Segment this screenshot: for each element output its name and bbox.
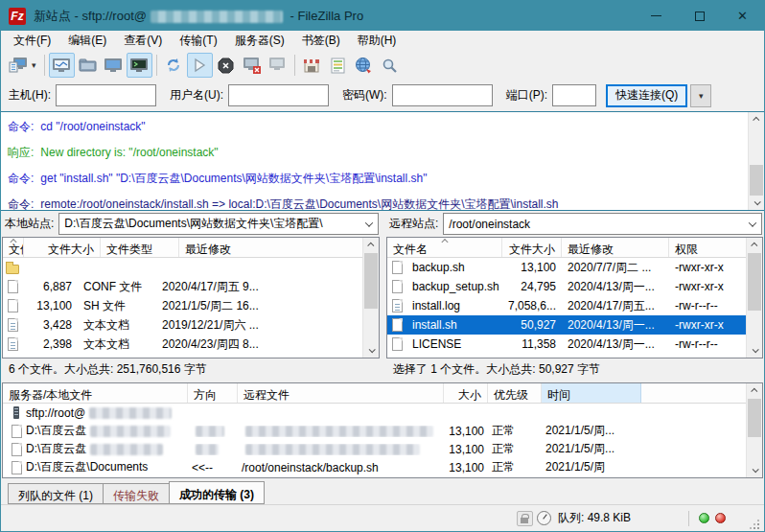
remote-list-scrollbar[interactable] xyxy=(746,238,762,358)
minimize-button[interactable] xyxy=(635,1,678,31)
menu-edit[interactable]: 编辑(E) xyxy=(59,31,115,51)
tab-queued-files[interactable]: 列队的文件 (1) xyxy=(8,483,104,504)
local-list-scrollbar[interactable] xyxy=(362,238,379,358)
site-manager-dropdown-button[interactable]: ▾ xyxy=(31,60,40,70)
column-header-server-local-file[interactable]: 服务器/本地文件 xyxy=(3,383,188,403)
window-title-suffix: - FileZilla Pro xyxy=(287,9,363,23)
directory-listing-filters-button[interactable] xyxy=(299,53,325,78)
remote-file-row[interactable]: backup_setup.sh 24,795 2020/4/13/周一... -… xyxy=(387,277,762,296)
column-header-filesize[interactable]: 文件大小 xyxy=(24,238,101,257)
lock-icon[interactable] xyxy=(517,511,533,526)
remote-path-dropdown-button[interactable] xyxy=(744,214,761,234)
toggle-queue-button[interactable] xyxy=(127,53,152,78)
scroll-up-arrow[interactable] xyxy=(747,238,762,252)
remote-tree-monitor-icon xyxy=(104,58,123,74)
column-header-modified[interactable]: 最近修改 xyxy=(179,238,379,257)
resize-grip[interactable] xyxy=(749,520,760,531)
folder-icon xyxy=(3,260,22,275)
toggle-message-log-button[interactable] xyxy=(49,53,75,78)
local-file-row[interactable]: 6,887 CONF 文件 2020/4/17/周五 9... xyxy=(3,277,379,296)
site-manager-button[interactable] xyxy=(5,53,31,78)
message-log-icon xyxy=(52,58,71,74)
process-queue-button[interactable] xyxy=(187,53,213,78)
column-header-filename[interactable]: 文件名 xyxy=(3,238,24,257)
local-file-row[interactable]: 13,100 SH 文件 2021/1/5/周二 16... xyxy=(3,296,379,315)
tab-failed-transfers[interactable]: 传输失败 xyxy=(103,483,170,504)
scroll-down-arrow[interactable] xyxy=(363,343,379,358)
menu-view[interactable]: 查看(V) xyxy=(115,31,171,51)
remote-file-row[interactable]: backup.sh 13,100 2020/7/7/周二 ... -rwxr-x… xyxy=(387,258,762,277)
menu-bookmarks[interactable]: 书签(B) xyxy=(293,31,349,51)
scroll-up-arrow[interactable] xyxy=(747,383,762,398)
toolbar-separator xyxy=(156,55,157,76)
remote-path-combo[interactable]: /root/oneinstack xyxy=(443,213,762,235)
column-header-filename[interactable]: 文件名 xyxy=(387,238,502,257)
toggle-remote-tree-button[interactable] xyxy=(101,53,127,78)
close-button[interactable]: ✕ xyxy=(721,1,764,31)
menu-transfer[interactable]: 传输(T) xyxy=(171,31,225,51)
column-header-time[interactable]: 时间 xyxy=(542,383,641,403)
file-icon xyxy=(387,317,406,333)
remote-site-label: 远程站点: xyxy=(389,216,438,232)
scroll-down-arrow[interactable] xyxy=(747,463,762,477)
column-header-priority[interactable]: 优先级 xyxy=(488,383,542,403)
tab-successful-transfers[interactable]: 成功的传输 (3) xyxy=(169,481,265,504)
column-header-modified[interactable]: 最近修改 xyxy=(562,238,669,257)
toggle-local-tree-button[interactable] xyxy=(75,53,101,78)
local-file-row[interactable] xyxy=(3,258,379,277)
local-file-row[interactable]: 3,428 文本文档 2019/12/21/周六 ... xyxy=(3,315,379,335)
scroll-down-arrow[interactable] xyxy=(747,343,762,358)
remote-file-row[interactable]: install.log 7,058,6... 2020/4/17/周五... -… xyxy=(387,296,762,315)
scroll-up-arrow[interactable] xyxy=(749,112,764,127)
file-icon xyxy=(3,279,22,294)
scroll-thumb[interactable] xyxy=(748,399,761,437)
queue-server-row[interactable]: sftp://root@ xyxy=(3,404,762,422)
column-header-direction[interactable]: 方向 xyxy=(188,383,238,403)
column-header-filesize[interactable]: 文件大小 xyxy=(502,238,562,257)
scroll-thumb[interactable] xyxy=(750,165,763,196)
activity-led-red xyxy=(715,513,726,523)
log-line: 命令:get "install.sh" "D:\百度云盘\Documents\网… xyxy=(8,171,745,187)
local-file-row[interactable]: 2,398 文本文档 2020/4/23/周四 8... xyxy=(3,335,379,354)
file-icon xyxy=(7,442,26,457)
cancel-transfer-button[interactable] xyxy=(213,53,239,78)
quickconnect-button[interactable]: 快速连接(Q) xyxy=(606,84,687,107)
menu-server[interactable]: 服务器(S) xyxy=(226,31,293,51)
local-path-combo[interactable]: D:\百度云盘\Documents\网站数据文件夹\宝塔配置\ xyxy=(58,213,379,235)
synchronized-browsing-button[interactable] xyxy=(351,53,377,78)
remote-path-value: /root/oneinstack xyxy=(444,218,744,231)
username-input[interactable] xyxy=(228,84,329,106)
scroll-up-arrow[interactable] xyxy=(363,238,379,252)
host-input[interactable] xyxy=(56,84,156,106)
redacted-remote-path xyxy=(245,444,420,455)
column-header-filetype[interactable]: 文件类型 xyxy=(101,238,179,257)
column-header-remote-file[interactable]: 远程文件 xyxy=(238,383,444,403)
activity-led-green xyxy=(699,513,709,523)
queue-scrollbar[interactable] xyxy=(746,383,762,477)
log-scrollbar[interactable] xyxy=(748,112,764,210)
disconnect-button[interactable] xyxy=(239,53,265,78)
menu-help[interactable]: 帮助(H) xyxy=(349,31,406,51)
scroll-thumb[interactable] xyxy=(364,253,378,309)
column-header-size[interactable]: 大小 xyxy=(444,383,488,403)
refresh-button[interactable] xyxy=(161,53,187,78)
queue-transfer-row[interactable]: D:\百度云盘 13,100 正常 2021/1/5/周... xyxy=(3,440,762,458)
scroll-thumb[interactable] xyxy=(748,253,761,311)
remote-file-row-selected[interactable]: install.sh 50,927 2020/4/13/周一... -rwxr-… xyxy=(387,315,762,335)
queue-transfer-row[interactable]: D:\百度云盘\Documents <<-- /root/oneinstack/… xyxy=(3,458,762,476)
scroll-down-arrow[interactable] xyxy=(749,196,764,210)
file-search-button[interactable] xyxy=(377,53,403,78)
password-input[interactable] xyxy=(392,84,493,106)
local-path-dropdown-button[interactable] xyxy=(360,214,378,234)
quickconnect-dropdown-button[interactable]: ▾ xyxy=(690,84,711,107)
statusbar: 队列: 49.8 KiB xyxy=(1,504,764,531)
speed-limit-gauge-icon[interactable] xyxy=(537,511,551,525)
maximize-button[interactable] xyxy=(678,1,721,31)
queue-transfer-row[interactable]: D:\百度云盘 13,100 正常 2021/1/5/周... xyxy=(3,422,762,440)
remote-file-row[interactable]: LICENSE 11,358 2020/4/13/周一... -rw-r--r-… xyxy=(387,335,762,354)
directory-comparison-button[interactable] xyxy=(325,53,351,78)
menu-file[interactable]: 文件(F) xyxy=(5,31,59,51)
host-label: 主机(H): xyxy=(9,87,51,104)
reconnect-button[interactable] xyxy=(265,53,290,78)
port-input[interactable] xyxy=(552,84,596,106)
